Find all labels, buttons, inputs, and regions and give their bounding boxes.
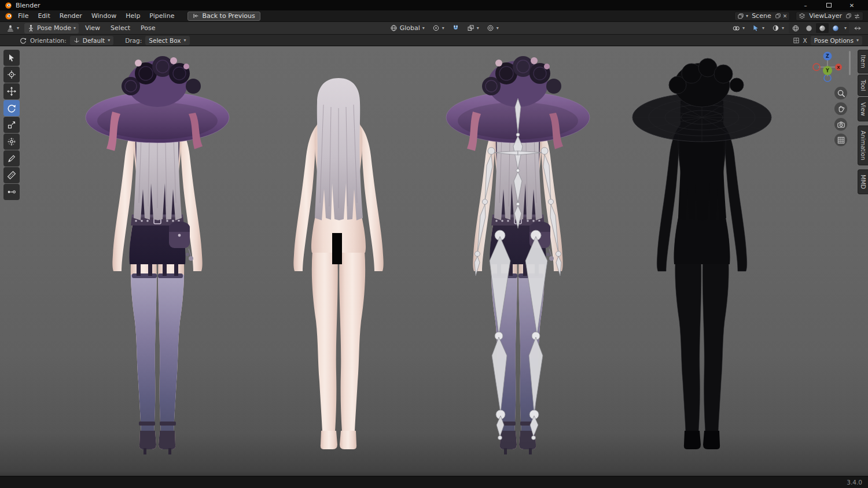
menu-pipeline[interactable]: Pipeline [145,10,178,21]
back-arrow-icon [193,13,199,19]
shading-solid-icon [805,24,813,32]
tab-tool[interactable]: Tool [858,75,868,96]
new-scene-icon[interactable] [775,13,781,19]
overlays-icon [772,24,779,32]
proportional-editing[interactable]: ▾ [484,23,502,34]
editor-type-button[interactable]: ▾ [3,23,22,34]
x-mirror-label[interactable]: X [803,37,807,44]
chevron-down-icon: ▾ [422,26,425,31]
new-viewlayer-icon[interactable] [845,13,852,19]
rotate-tool-button[interactable] [3,100,20,116]
viewlayer-selector[interactable]: ViewLayer [796,12,863,21]
model-wireframe-character[interactable] [632,58,771,449]
orientation-dropdown[interactable]: Default ▾ [70,36,113,45]
menu-file[interactable]: File [14,10,32,21]
hair[interactable] [315,78,363,220]
snap-settings[interactable]: ▾ [464,23,482,34]
witch-hat[interactable] [86,56,229,151]
zoom-icon [837,89,845,98]
axis-y-positive[interactable]: Y [823,66,832,75]
menu-select[interactable]: Select [106,24,134,32]
menu-pose[interactable]: Pose [137,24,159,32]
scene-selector[interactable]: ▾ Scene ✕ [734,12,790,21]
model-base-body[interactable] [293,78,383,449]
minimize-button[interactable]: – [794,0,817,10]
unlink-scene-button[interactable]: ✕ [783,13,788,19]
axis-x-positive[interactable]: X [835,64,842,71]
axis-x-label: X [837,65,840,70]
pivot-point-selector[interactable]: ▾ [429,23,447,34]
move-tool-button[interactable] [3,83,20,99]
viewport-display-cluster: ▾ ▾ ▾ [729,23,865,34]
chevron-down-icon: ▾ [856,38,859,43]
overlays-dropdown[interactable]: ▾ [769,23,787,34]
pose-options-dropdown[interactable]: Pose Options ▾ [811,36,862,45]
gizmos-dropdown[interactable]: ▾ [729,23,748,34]
model-posed-armature[interactable] [446,56,590,454]
tweak-tool-button[interactable] [3,50,20,66]
active-tool-icon [20,37,27,44]
scale-tool-button[interactable] [3,117,20,133]
shading-material-icon [818,24,826,32]
globe-icon [390,24,398,32]
header-overflow-button[interactable] [851,23,865,34]
scene-browse-icon[interactable] [737,13,744,20]
shading-wireframe-icon [792,24,800,32]
maximize-button[interactable] [817,0,840,10]
menu-view[interactable]: View [81,24,104,32]
menu-help[interactable]: Help [122,10,144,21]
viewport-editor-icon [6,24,14,32]
shading-rendered-button[interactable] [829,23,842,33]
drag-dropdown[interactable]: Select Box ▾ [145,36,189,45]
camera-view-button[interactable] [834,118,847,131]
breakdowner-tool-icon [7,187,16,197]
shading-solid-button[interactable] [803,23,815,33]
back-to-previous-button[interactable]: Back to Previous [187,12,260,21]
chevron-down-icon: ▾ [843,26,848,31]
chevron-down-icon: ▾ [762,26,764,31]
axis-z-label: Z [826,54,829,59]
camera-icon [837,120,845,129]
pan-button[interactable] [834,102,847,115]
chevron-down-icon: ▾ [184,38,186,43]
tab-animation[interactable]: Animation [858,125,868,165]
viewport-toolbar [3,50,20,200]
transform-snap-cluster: Global ▾ ▾ [387,23,502,34]
snap-toggle[interactable] [449,23,462,34]
swap-arrows-icon[interactable] [854,13,860,20]
tab-view[interactable]: View [858,97,868,121]
orientation-value: Default [83,37,105,44]
mode-selector[interactable]: Pose Mode ▾ [24,23,79,34]
menu-render[interactable]: Render [56,10,86,21]
menu-edit[interactable]: Edit [34,10,54,21]
axis-x-negative[interactable] [813,64,820,71]
cursor-tool-button[interactable] [3,66,20,83]
axis-z-negative[interactable] [824,75,831,82]
orientation-selector[interactable]: Global ▾ [387,23,428,34]
annotate-tool-button[interactable] [3,150,20,167]
viewport-scrollbar[interactable] [849,51,851,75]
measure-tool-button[interactable] [3,167,20,183]
model-dressed-character[interactable] [86,56,229,454]
ortho-toggle-button[interactable] [834,134,847,146]
zoom-button[interactable] [834,87,847,99]
navigation-gizmo[interactable]: Z X Y [811,51,844,83]
shading-mode-group: ▾ [789,23,849,34]
wireframe-hat[interactable] [632,58,771,142]
tab-item[interactable]: Item [858,50,868,73]
back-to-previous-label: Back to Previous [202,12,255,20]
axis-z-positive[interactable]: Z [823,52,832,61]
tab-mmd[interactable]: MMD [858,169,868,194]
shading-wireframe-button[interactable] [789,23,802,33]
scene-canvas [0,46,868,476]
blender-logo-icon [5,2,12,9]
pose-breakdowner-tool-button[interactable] [3,184,20,200]
menu-window[interactable]: Window [87,10,120,21]
chevron-down-icon: ▾ [73,26,76,31]
blender-logo-icon[interactable] [5,12,13,20]
close-button[interactable]: ✕ [840,0,863,10]
3d-viewport[interactable]: Z X Y [0,46,868,476]
xray-toggle[interactable]: ▾ [749,23,767,34]
shading-material-button[interactable] [816,23,829,33]
transform-tool-button[interactable] [3,134,20,150]
